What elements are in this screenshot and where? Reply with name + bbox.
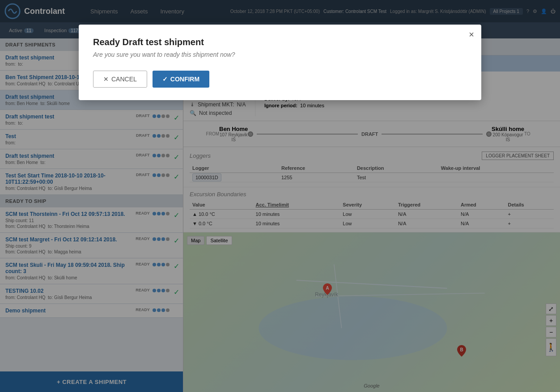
cancel-button[interactable]: ✕ CANCEL — [93, 71, 147, 88]
modal-title: Ready Draft test shipment — [93, 37, 467, 47]
modal-subtitle: Are you sure you want to ready this ship… — [93, 51, 467, 58]
confirm-button[interactable]: ✓ CONFIRM — [153, 71, 209, 88]
modal-overlay: × Ready Draft test shipment Are you sure… — [0, 0, 560, 392]
confirm-check-icon: ✓ — [162, 76, 168, 83]
confirm-label: CONFIRM — [170, 76, 199, 83]
modal-actions: ✕ CANCEL ✓ CONFIRM — [93, 71, 467, 88]
modal-dialog: × Ready Draft test shipment Are you sure… — [79, 25, 481, 100]
modal-close-button[interactable]: × — [469, 30, 474, 39]
cancel-x-icon: ✕ — [103, 76, 109, 83]
cancel-label: CANCEL — [111, 76, 137, 83]
